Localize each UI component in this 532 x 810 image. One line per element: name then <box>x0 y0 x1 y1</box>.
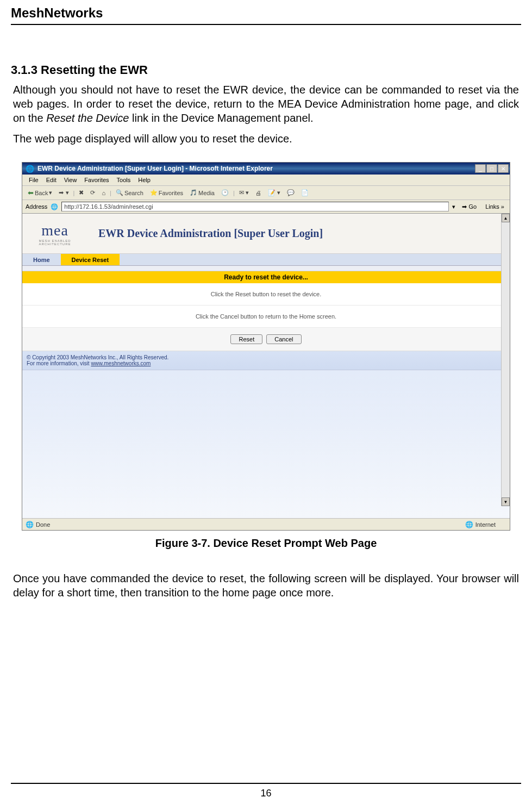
menu-help[interactable]: Help <box>135 176 154 184</box>
menubar: File Edit View Favorites Tools Help <box>22 175 510 186</box>
instruction-1: Click the Reset button to reset the devi… <box>22 283 510 306</box>
page-number: 16 <box>0 788 532 799</box>
paragraph-2: The web page displayed will allow you to… <box>13 132 519 146</box>
refresh-button[interactable]: ⟳ <box>88 188 97 197</box>
stop-button[interactable]: ✖ <box>77 188 86 197</box>
home-button[interactable]: ⌂ <box>99 189 108 197</box>
more-info-text: For more information, visit <box>27 360 91 366</box>
status-band: Ready to reset the device... <box>22 271 510 283</box>
menu-edit[interactable]: Edit <box>43 176 60 184</box>
logo: mea MESH ENABLED ARCHITECTURE <box>28 222 82 246</box>
instruction-2: Click the Cancel button to return to the… <box>22 306 510 328</box>
screenshot-figure: 🌐 EWR Device Administration [Super User … <box>22 162 510 531</box>
media-button[interactable]: 🎵Media <box>187 188 217 197</box>
gradient-fill <box>22 370 510 506</box>
nav-home[interactable]: Home <box>22 254 61 265</box>
forward-button[interactable]: ➡ ▾ <box>57 188 71 197</box>
address-bar: Address 🌐 http://172.16.1.53/admin/reset… <box>22 200 510 214</box>
paragraph-3: Once you have commanded the device to re… <box>13 571 519 600</box>
cancel-button[interactable]: Cancel <box>266 334 301 344</box>
reset-device-link-text: Reset the Device <box>46 112 129 124</box>
menu-tools[interactable]: Tools <box>114 176 134 184</box>
nav-row: Home Device Reset <box>22 254 510 266</box>
reset-panel: Ready to reset the device... Click the R… <box>22 271 510 351</box>
go-button[interactable]: ➡ Go <box>459 202 480 211</box>
address-input[interactable]: http://172.16.1.53/admin/reset.cgi <box>61 202 449 211</box>
footer-rule <box>11 783 521 784</box>
minimize-button[interactable]: _ <box>475 164 486 173</box>
back-icon: ⬅ <box>28 189 34 197</box>
scroll-track[interactable] <box>502 222 510 497</box>
search-button[interactable]: 🔍Search <box>114 188 146 197</box>
address-label: Address <box>26 203 47 210</box>
status-zone: 🌐 Internet <box>465 521 506 528</box>
logo-text: mea <box>41 222 68 239</box>
done-icon: 🌐 <box>26 521 34 528</box>
mail-button[interactable]: ✉ ▾ <box>237 188 251 197</box>
scroll-up-icon[interactable]: ▲ <box>502 214 510 222</box>
menu-file[interactable]: File <box>26 176 42 184</box>
logo-subtext: MESH ENABLED ARCHITECTURE <box>28 239 82 246</box>
address-icon: 🌐 <box>51 203 58 210</box>
copyright-text: © Copyright 2003 MeshNetworks Inc., All … <box>27 354 505 360</box>
menu-view[interactable]: View <box>61 176 80 184</box>
divider <box>22 266 510 271</box>
footer-copy: © Copyright 2003 MeshNetworks Inc., All … <box>22 351 510 370</box>
button-row: Reset Cancel <box>22 328 510 351</box>
close-button[interactable]: ✕ <box>498 164 509 173</box>
scroll-down-icon[interactable]: ▼ <box>502 497 510 506</box>
favorites-button[interactable]: ⭐Favorites <box>148 188 185 197</box>
globe-icon: 🌐 <box>465 521 473 528</box>
paragraph-1b: link in the Device Management panel. <box>129 112 313 124</box>
status-done: 🌐 Done <box>26 521 465 528</box>
page-header: mea MESH ENABLED ARCHITECTURE EWR Device… <box>22 214 510 254</box>
print-button[interactable]: 🖨 <box>253 189 264 197</box>
page-content: mea MESH ENABLED ARCHITECTURE EWR Device… <box>22 214 510 518</box>
discuss-button[interactable]: 💬 <box>285 188 297 197</box>
browser-window: 🌐 EWR Device Administration [Super User … <box>22 162 510 531</box>
status-zone-text: Internet <box>475 521 496 528</box>
doc-header: MeshNetworks <box>11 5 521 25</box>
menu-favorites[interactable]: Favorites <box>81 176 112 184</box>
back-button[interactable]: ⬅Back ▾ <box>26 188 54 198</box>
maximize-button[interactable]: □ <box>486 164 497 173</box>
section-heading: 3.1.3 Resetting the EWR <box>11 63 521 77</box>
extra-button[interactable]: 📄 <box>299 188 311 197</box>
ie-icon: 🌐 <box>26 165 34 173</box>
scrollbar[interactable]: ▲ ▼ <box>501 214 510 506</box>
window-title: EWR Device Administration [Super User Lo… <box>36 165 475 172</box>
toolbar: ⬅Back ▾ ➡ ▾ | ✖ ⟳ ⌂ | 🔍Search ⭐Favorites… <box>22 186 510 200</box>
page-title: EWR Device Administration [Super User Lo… <box>82 227 504 240</box>
edit-button[interactable]: 📝 ▾ <box>266 188 283 197</box>
figure-caption: Figure 3-7. Device Reset Prompt Web Page <box>11 537 521 550</box>
more-info-link[interactable]: www.meshnetworks.com <box>91 360 151 366</box>
nav-device-reset[interactable]: Device Reset <box>61 254 120 265</box>
titlebar: 🌐 EWR Device Administration [Super User … <box>22 163 510 175</box>
status-done-text: Done <box>36 521 50 528</box>
address-dropdown-icon[interactable]: ▾ <box>452 203 455 210</box>
paragraph-1: Although you should not have to reset th… <box>13 83 519 125</box>
links-button[interactable]: Links » <box>483 202 506 211</box>
history-button[interactable]: 🕑 <box>219 188 231 197</box>
reset-button[interactable]: Reset <box>230 334 262 344</box>
statusbar: 🌐 Done 🌐 Internet <box>22 518 510 530</box>
